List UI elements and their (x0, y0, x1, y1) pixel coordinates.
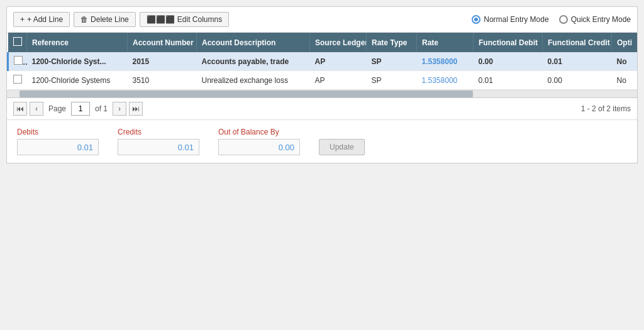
col-header-functional-debit: Functional Debit (474, 33, 543, 52)
table-header-row: Reference Account Number Account Descrip… (8, 33, 638, 52)
prev-page-icon: ‹ (35, 104, 38, 113)
normal-entry-mode-radio[interactable]: Normal Entry Mode (472, 15, 548, 24)
entry-mode-group: Normal Entry Mode Quick Entry Mode (472, 15, 631, 24)
item-count: 1 - 2 of 2 items (145, 104, 631, 113)
row-checkbox[interactable] (13, 75, 22, 84)
row-functional-credit: 0.01 (543, 52, 612, 71)
row-opti: No (612, 71, 638, 90)
row-checkbox-cell[interactable] (8, 71, 27, 90)
normal-mode-radio-circle (472, 15, 480, 24)
next-page-button[interactable]: › (113, 102, 126, 116)
row-functional-debit: 0.00 (474, 52, 543, 71)
header-checkbox-cell[interactable] (8, 33, 27, 52)
row-reference: 1200-Chloride Syst... (27, 52, 128, 71)
debits-label: Debits (17, 128, 99, 136)
row-account-description: Accounts payable, trade (197, 52, 310, 71)
credits-group: Credits (118, 128, 199, 155)
update-button[interactable]: Update (319, 139, 365, 155)
row-functional-debit: 0.01 (474, 71, 543, 90)
of-label: of 1 (95, 104, 108, 113)
select-all-checkbox[interactable] (13, 37, 22, 46)
table-row[interactable]: 1200-Chloride Syst... 2015 Accounts paya… (8, 52, 638, 71)
row-rate-type: SP (367, 52, 417, 71)
row-rate-type: SP (367, 71, 417, 90)
quick-entry-mode-radio[interactable]: Quick Entry Mode (559, 15, 631, 24)
table-row[interactable]: 1200-Chloride Systems 3510 Unrealized ex… (8, 71, 638, 90)
row-reference: 1200-Chloride Systems (27, 71, 128, 90)
row-source-ledger: AP (310, 52, 367, 71)
prev-page-button[interactable]: ‹ (30, 102, 43, 116)
toolbar: + + Add Line 🗑 Delete Line ⬛⬛⬛ Edit Colu… (7, 7, 637, 33)
add-icon: + (20, 15, 25, 24)
row-rate: 1.5358000 (417, 52, 474, 71)
credits-label: Credits (118, 128, 199, 136)
quick-mode-radio-circle (559, 15, 568, 24)
edit-columns-button[interactable]: ⬛⬛⬛ Edit Columns (140, 12, 229, 27)
row-functional-credit: 0.00 (543, 71, 612, 90)
summary-bar: Debits Credits Out of Balance By Update (7, 120, 637, 163)
row-account-number: 3510 (128, 71, 197, 90)
page-number-input[interactable] (71, 102, 90, 116)
pagination-bar: ⏮ ‹ Page of 1 › ⏭ 1 - 2 of 2 items (7, 98, 637, 120)
col-header-account-description: Account Description (197, 33, 310, 52)
col-header-opti: Opti (612, 33, 638, 52)
next-page-icon: › (118, 104, 121, 113)
delete-line-button[interactable]: 🗑 Delete Line (74, 12, 136, 27)
row-account-number: 2015 (128, 52, 197, 71)
col-header-functional-credit: Functional Credit (543, 33, 612, 52)
row-checkbox[interactable] (14, 56, 23, 65)
trash-icon: 🗑 (80, 15, 88, 24)
data-table: Reference Account Number Account Descrip… (7, 33, 637, 90)
first-page-button[interactable]: ⏮ (13, 102, 27, 116)
credits-input[interactable] (118, 139, 199, 155)
columns-icon: ⬛⬛⬛ (147, 15, 175, 24)
normal-entry-label: Normal Entry Mode (484, 15, 548, 24)
row-opti: No (612, 52, 638, 71)
last-page-icon: ⏭ (132, 104, 140, 113)
add-line-button[interactable]: + + Add Line (13, 12, 70, 27)
col-header-rate: Rate (417, 33, 474, 52)
first-page-icon: ⏮ (16, 104, 24, 113)
col-header-account-number: Account Number (128, 33, 197, 52)
row-source-ledger: AP (310, 71, 367, 90)
col-header-rate-type: Rate Type (367, 33, 417, 52)
row-rate: 1.5358000 (417, 71, 474, 90)
horizontal-scrollbar[interactable] (7, 91, 637, 98)
page-label: Page (48, 104, 66, 113)
col-header-reference: Reference (27, 33, 128, 52)
debits-group: Debits (17, 128, 99, 155)
row-checkbox-cell[interactable] (8, 52, 27, 71)
out-of-balance-group: Out of Balance By (218, 128, 300, 155)
col-header-source-ledger: Source Ledger (310, 33, 367, 52)
out-of-balance-label: Out of Balance By (218, 128, 300, 136)
row-account-description: Unrealized exchange loss (197, 71, 310, 90)
quick-entry-label: Quick Entry Mode (571, 15, 631, 24)
out-of-balance-input[interactable] (218, 139, 300, 155)
scroll-thumb[interactable] (19, 91, 473, 97)
last-page-button[interactable]: ⏭ (129, 102, 143, 116)
data-table-wrapper: Reference Account Number Account Descrip… (7, 33, 637, 91)
debits-input[interactable] (17, 139, 99, 155)
